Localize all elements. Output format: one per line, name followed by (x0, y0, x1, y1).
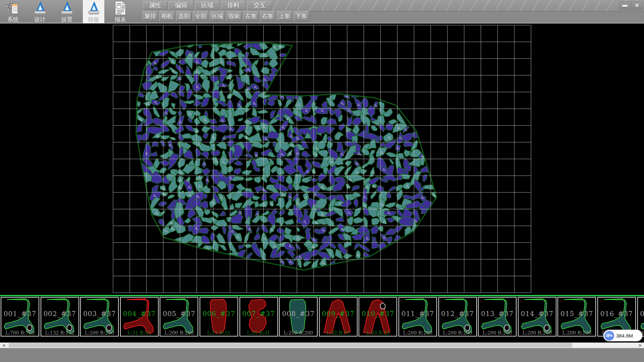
toolbar-right-zone: 属性编辑区域排料交互 ✕ 聚排相机选割全割区域瑕疵左靠右靠上靠下靠 (143, 0, 644, 23)
part-shape (82, 298, 117, 336)
nav-item-3[interactable]: 设置 (56, 0, 77, 23)
system-icon (6, 1, 20, 15)
part-thumbnail-2[interactable]: 002_#37L:132 R:132 (41, 297, 79, 337)
part-thumbnail-9[interactable]: 009_#37L:32 R:31 (319, 297, 358, 337)
part-shape (320, 298, 356, 336)
nav-item-5[interactable]: 报表 (110, 0, 131, 23)
part-shape (360, 298, 396, 336)
report-icon (113, 1, 128, 15)
tool-button-6[interactable]: 瑕疵 (226, 11, 242, 21)
menu-item-3[interactable]: 区域 (195, 1, 220, 10)
part-shape (639, 298, 644, 336)
tool-button-10[interactable]: 下靠 (293, 11, 309, 21)
nav-item-label: 系统 (7, 16, 19, 23)
part-thumbnail-list: 001_#37L:700 R:700002_#37L:132 R:132003_… (0, 297, 644, 337)
scroll-left-arrow[interactable]: < (0, 343, 8, 348)
part-shape (161, 298, 197, 336)
close-icon: ✕ (635, 3, 639, 8)
part-thumbnail-12[interactable]: 012_#37L:200 R:200 (438, 297, 477, 337)
part-shape (400, 298, 436, 336)
nav-item-label: 设计 (34, 16, 46, 23)
part-thumbnail-3[interactable]: 003_#37L:200 R:200 (80, 297, 119, 337)
close-button[interactable]: ✕ (631, 2, 643, 10)
window-controls: ✕ (619, 2, 643, 10)
tool-button-4[interactable]: 全割 (193, 11, 208, 21)
tool-row: 聚排相机选割全割区域瑕疵左靠右靠上靠下靠 (143, 11, 644, 23)
scrollbar-thumb[interactable] (9, 343, 572, 348)
tool-button-5[interactable]: 区域 (210, 11, 225, 21)
horizontal-scrollbar[interactable]: < > (0, 343, 644, 348)
part-thumbnail-5[interactable]: 005_#37L:200 R:200 (160, 297, 198, 337)
part-shape (2, 298, 38, 336)
nav-item-1[interactable]: 系统 (2, 0, 24, 23)
part-thumbnail-11[interactable]: 011_#37L:200 R:200 (398, 297, 437, 337)
filmstrip-accent-line (0, 295, 644, 296)
part-thumbnail-14[interactable]: 014_#37L:200 R:200 (518, 297, 556, 337)
tool-button-1[interactable]: 聚排 (143, 11, 158, 21)
tool-button-8[interactable]: 右靠 (260, 11, 275, 21)
menu-item-5[interactable]: 交互 (247, 1, 272, 10)
part-thumbnail-10[interactable]: 010_#37L:33 R:33 (359, 297, 397, 337)
nav-icon-bar: 系统设计设置排版报表 (0, 0, 143, 23)
parts-filmstrip: 001_#37L:700 R:700002_#37L:132 R:132003_… (0, 295, 644, 343)
tool-button-3[interactable]: 选割 (176, 11, 192, 21)
part-thumbnail-4[interactable]: 004_#37L:31 R:31 (120, 297, 159, 337)
part-shape (121, 298, 157, 336)
memory-amount: 384.8M (616, 333, 633, 339)
part-thumbnail-15[interactable]: 015_#37L:200 R:200 (557, 297, 596, 337)
part-shape (440, 298, 476, 336)
part-shape (241, 298, 277, 336)
part-thumbnail-6[interactable]: 006_#37L:21 R:21 (200, 297, 238, 337)
tool-button-7[interactable]: 左靠 (243, 11, 259, 21)
nesting-canvas[interactable] (0, 23, 644, 295)
part-shape (42, 298, 78, 336)
top-toolbar: 系统设计设置排版报表 属性编辑区域排料交互 ✕ 聚排相机选割全割区域瑕疵左靠右靠… (0, 0, 644, 23)
part-thumbnail-1[interactable]: 001_#37L:700 R:700 (1, 297, 39, 337)
part-shape (201, 298, 237, 336)
nav-item-label: 设置 (61, 16, 72, 23)
tool-row-spacer (310, 11, 644, 22)
menu-item-2[interactable]: 编辑 (169, 1, 194, 10)
part-shape (559, 298, 595, 336)
tool-button-9[interactable]: 上靠 (277, 11, 292, 21)
nav-item-label: 报表 (115, 16, 126, 23)
set-square-icon (86, 1, 101, 15)
menu-item-1[interactable]: 属性 (143, 1, 167, 10)
nav-item-2[interactable]: 设计 (29, 0, 51, 23)
set-square-icon (33, 1, 47, 15)
part-thumbnail-7[interactable]: 007_#37L:31 R:31 (239, 297, 278, 337)
part-thumbnail-13[interactable]: 013_#37L:200 R:200 (478, 297, 517, 337)
part-shape (519, 298, 555, 336)
memory-percent-indicator: 38% (604, 331, 614, 341)
part-shape (479, 298, 515, 336)
minimize-icon (622, 5, 628, 7)
status-bar (0, 348, 644, 362)
app-window: 系统设计设置排版报表 属性编辑区域排料交互 ✕ 聚排相机选割全割区域瑕疵左靠右靠… (0, 0, 644, 362)
menu-item-4[interactable]: 排料 (221, 1, 246, 10)
part-thumbnail-8[interactable]: 008_#37L:200 R:200 (279, 297, 318, 337)
minimize-button[interactable] (619, 2, 631, 10)
memory-badge: 38% 384.8M (603, 330, 642, 341)
menu-row: 属性编辑区域排料交互 ✕ (143, 0, 644, 11)
nav-item-4[interactable]: 排版 (83, 0, 104, 23)
tool-button-2[interactable]: 相机 (159, 11, 175, 21)
scroll-right-arrow[interactable]: > (636, 343, 644, 348)
nav-item-label: 排版 (88, 16, 99, 23)
set-square-icon (59, 1, 74, 15)
part-shape (280, 298, 316, 336)
